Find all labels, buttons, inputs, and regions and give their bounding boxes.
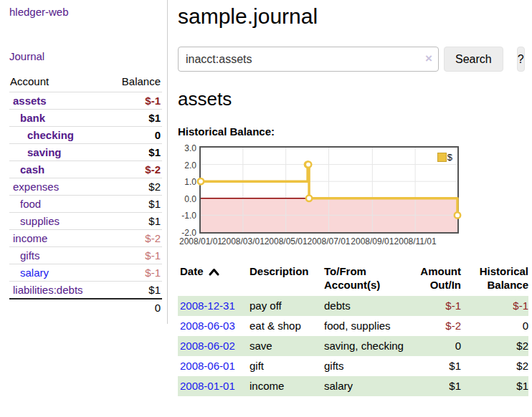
register-balance-cell: $2 <box>461 356 528 376</box>
register-description-cell: gift <box>247 356 322 376</box>
account-link-cash[interactable]: cash <box>20 163 44 176</box>
account-heading: assets <box>178 88 522 110</box>
account-name-cell: income <box>9 230 108 247</box>
register-date-cell: 2008-06-02 <box>178 336 247 356</box>
chart-plot-area[interactable]: $ 3.02.01.00.0-1.0-2.02008/01/012008/03/… <box>199 146 459 234</box>
y-axis-tick-label: -1.0 <box>176 211 196 220</box>
register-row: 2008-12-31pay offdebts$-1$-1 <box>178 296 528 316</box>
x-axis-tick-label: 2008/01/01 <box>178 236 224 246</box>
account-link-salary[interactable]: salary <box>20 267 49 279</box>
account-name-cell: expenses <box>9 178 108 196</box>
sidebar: hledger-web Journal Account Balance asse… <box>0 0 168 324</box>
account-balance: $1 <box>108 282 162 299</box>
register-header-row: DateDescriptionTo/FromAccount(s)AmountOu… <box>178 263 528 296</box>
account-link-saving[interactable]: saving <box>27 146 62 158</box>
account-row: bank$1 <box>9 110 162 127</box>
account-link-assets[interactable]: assets <box>13 95 47 107</box>
account-link-food[interactable]: food <box>20 198 41 210</box>
register-table: DateDescriptionTo/FromAccount(s)AmountOu… <box>178 263 528 396</box>
register-header-historical: HistoricalBalance <box>461 263 528 296</box>
register-row: 2008-06-03eat & shopfood, supplies$-20 <box>178 316 528 336</box>
main-content: sample.journal × Search ? assets Histori… <box>168 0 522 396</box>
accounts-header-row: Account Balance <box>9 72 162 92</box>
account-row: gifts$-1 <box>9 247 162 264</box>
account-link-liabilities-debts[interactable]: liabilities:debts <box>13 284 83 296</box>
y-axis-tick-label: 1.0 <box>176 178 196 186</box>
x-axis-tick-label: 2008/03/01 <box>220 236 266 246</box>
accounts-total-row: 0 <box>9 299 162 316</box>
account-balance: $-1 <box>108 247 162 264</box>
y-axis-tick-label: 0.0 <box>176 195 196 203</box>
transaction-date-link[interactable]: 2008-06-03 <box>180 320 235 332</box>
account-name-cell: saving <box>9 144 108 161</box>
search-form: × Search ? <box>178 47 522 72</box>
register-description-cell: eat & shop <box>247 316 322 336</box>
register-row: 2008-01-01incomesalary$1$1 <box>178 376 528 396</box>
account-row: income$-2 <box>9 230 162 247</box>
transaction-date-link[interactable]: 2008-06-01 <box>180 360 235 372</box>
register-amount-cell: $1 <box>404 356 461 376</box>
account-name-cell: salary <box>9 264 108 282</box>
register-row: 2008-06-01giftgifts$1$2 <box>178 356 528 376</box>
help-button[interactable]: ? <box>517 47 525 72</box>
register-date-cell: 2008-12-31 <box>178 296 247 316</box>
historical-balance-chart[interactable]: $ 3.02.01.00.0-1.0-2.02008/01/012008/03/… <box>178 146 522 251</box>
account-row: assets$-1 <box>9 92 162 110</box>
chart-canvas <box>201 148 457 232</box>
account-link-checking[interactable]: checking <box>27 129 74 141</box>
account-name-cell: supplies <box>9 213 108 230</box>
account-row: salary$-1 <box>9 264 162 282</box>
register-amount-cell: $1 <box>404 376 461 396</box>
register-accounts-cell: gifts <box>322 356 404 376</box>
register-date-cell: 2008-06-01 <box>178 356 247 376</box>
account-row: expenses$2 <box>9 178 162 196</box>
sort-ascending-icon[interactable] <box>209 268 219 276</box>
data-point-marker <box>455 212 460 218</box>
account-row: food$1 <box>9 196 162 213</box>
search-box: × <box>178 47 439 72</box>
register-accounts-cell: saving, checking <box>322 336 404 356</box>
register-description-cell: save <box>247 336 322 356</box>
app-title-link[interactable]: hledger-web <box>9 6 167 18</box>
account-name-cell: cash <box>9 161 108 178</box>
data-point-marker <box>198 178 204 184</box>
header-label: Amount <box>420 265 461 277</box>
register-amount-cell: 0 <box>404 336 461 356</box>
account-link-gifts[interactable]: gifts <box>20 249 40 262</box>
register-amount-cell: $-2 <box>404 316 461 336</box>
account-link-income[interactable]: income <box>13 232 47 244</box>
register-balance-cell: 0 <box>461 316 528 336</box>
register-accounts-cell: salary <box>322 376 404 396</box>
legend-swatch-icon <box>437 153 447 162</box>
y-axis-tick-label: 2.0 <box>176 161 196 170</box>
x-axis-tick-label: 2008/05/01 <box>263 236 309 246</box>
account-name-cell: gifts <box>9 247 108 264</box>
register-header-date[interactable]: Date <box>178 263 247 296</box>
account-row: checking0 <box>9 127 162 144</box>
accounts-table: Account Balance assets$-1bank$1checking0… <box>9 72 162 316</box>
account-balance: $1 <box>108 213 162 230</box>
account-row: saving$1 <box>9 144 162 161</box>
register-date-cell: 2008-06-03 <box>178 316 247 336</box>
y-axis-tick-label: 3.0 <box>176 144 196 153</box>
register-amount-cell: $-1 <box>404 296 461 316</box>
account-balance: $1 <box>108 144 162 161</box>
sidebar-item-journal[interactable]: Journal <box>9 50 44 62</box>
search-input[interactable] <box>178 47 439 72</box>
account-row: liabilities:debts$1 <box>9 282 162 299</box>
account-row: cash$-2 <box>9 161 162 178</box>
data-point-marker <box>305 161 311 167</box>
account-link-supplies[interactable]: supplies <box>20 215 60 227</box>
account-link-expenses[interactable]: expenses <box>13 181 59 193</box>
account-name-cell: bank <box>9 110 108 127</box>
account-link-bank[interactable]: bank <box>20 112 45 124</box>
search-button[interactable]: Search <box>444 47 503 72</box>
account-balance: $-2 <box>108 230 162 247</box>
register-header-description: Description <box>247 263 322 296</box>
transaction-date-link[interactable]: 2008-01-01 <box>180 380 235 392</box>
transaction-date-link[interactable]: 2008-06-02 <box>180 340 235 352</box>
clear-search-icon[interactable]: × <box>425 52 432 66</box>
account-balance: 0 <box>108 127 162 144</box>
transaction-date-link[interactable]: 2008-12-31 <box>180 299 235 312</box>
header-label: Historical <box>480 265 528 277</box>
